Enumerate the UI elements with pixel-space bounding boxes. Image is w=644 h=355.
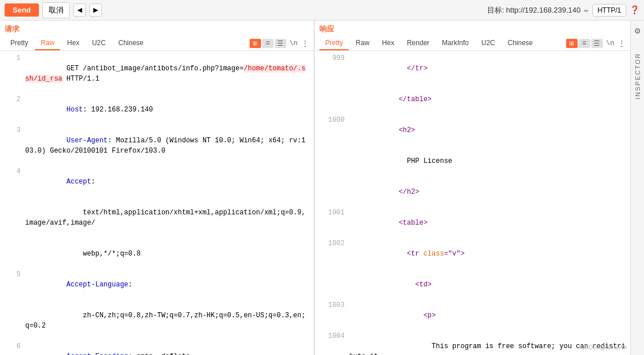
response-line-1004: 1004 This program is free software; you …	[315, 331, 630, 355]
line-content: <table>	[349, 208, 626, 238]
request-line-4b: text/html,application/xhtml+xml,applicat…	[0, 197, 314, 238]
tab-response-chinese[interactable]: Chinese	[502, 37, 539, 50]
request-panel: 请求 Pretty Raw Hex U2C Chinese ⊞ ≡ ☰ \n ⋮	[0, 21, 315, 355]
line-number: 5	[5, 269, 21, 300]
tab-request-u2c[interactable]: U2C	[86, 37, 112, 50]
response-line-1000c: </h2>	[315, 177, 630, 208]
resp-line-number: 1004	[319, 331, 345, 355]
req-val: :	[91, 178, 95, 186]
xml-tag: <tr	[390, 250, 424, 258]
request-line-4: 4 Accept:	[0, 166, 314, 197]
resp-line-number	[319, 146, 345, 177]
resp-line-number	[319, 84, 345, 115]
line-content: <td>	[349, 269, 626, 300]
xml-tag: </tr>	[390, 65, 428, 73]
resp-line-number: 1003	[319, 300, 345, 331]
tab-request-pretty[interactable]: Pretty	[5, 37, 34, 50]
req-key: User-Agent	[66, 137, 108, 145]
line-content: This program is free software; you can r…	[349, 331, 626, 355]
line-content: zh-CN,zh;q=0.8,zh-TW;q=0.7,zh-HK;q=0.5,e…	[25, 300, 309, 341]
request-view-icon-grid[interactable]: ⊞	[250, 39, 261, 48]
inspector-label: INSPECTOR	[634, 53, 641, 99]
resp-line-number: 1001	[319, 208, 345, 238]
line-number	[5, 300, 21, 341]
req-val: zh-CN,zh;q=0.8,zh-TW;q=0.7,zh-HK;q=0.5,e…	[25, 312, 306, 330]
edit-icon[interactable]: ✏️	[584, 5, 588, 15]
xml-tag: <h2>	[390, 126, 415, 134]
request-code-area[interactable]: 1 GET /antibot_image/antibots/info.php?i…	[0, 51, 314, 355]
tab-response-pretty[interactable]: Pretty	[319, 37, 349, 50]
xml-tag: </h2>	[390, 188, 419, 196]
cancel-button[interactable]: 取消	[42, 2, 70, 18]
tab-request-raw[interactable]: Raw	[35, 37, 60, 50]
xml-tag: </table>	[390, 95, 432, 103]
response-view-icon-list[interactable]: ≡	[579, 39, 590, 48]
request-tabs-row: Pretty Raw Hex U2C Chinese ⊞ ≡ ☰ \n ⋮	[5, 37, 309, 50]
help-icon[interactable]: ❓	[630, 5, 639, 15]
response-line-1000b: PHP License	[315, 146, 630, 177]
response-more-icon[interactable]: ⋮	[618, 39, 626, 49]
response-code-area[interactable]: 999 </tr> </table> 1000 <h2>	[315, 51, 630, 355]
main-area: 请求 Pretty Raw Hex U2C Chinese ⊞ ≡ ☰ \n ⋮	[0, 21, 644, 355]
line-content: PHP License	[349, 146, 626, 177]
request-wrap-toggle[interactable]: \n	[290, 39, 298, 47]
line-content: User-Agent: Mozilla/5.0 (Windows NT 10.0…	[25, 125, 309, 166]
line-number: 6	[5, 341, 21, 355]
send-button[interactable]: Send	[5, 3, 39, 17]
response-line-1003: 1003 <p>	[315, 300, 630, 331]
settings-icon[interactable]: ⚙	[635, 25, 641, 37]
request-panel-header: 请求 Pretty Raw Hex U2C Chinese ⊞ ≡ ☰ \n ⋮	[0, 21, 314, 51]
xml-tag: ="v">	[444, 250, 465, 258]
nav-forward-button[interactable]: ▶	[89, 3, 102, 17]
request-line-6: 6 Accept-Encoding: gzip, deflate	[0, 341, 314, 355]
line-content: webp,*/*;q=0.8	[25, 238, 309, 269]
tab-response-raw[interactable]: Raw	[350, 37, 375, 50]
line-content: </tr>	[349, 53, 626, 84]
req-key: Accept	[66, 178, 91, 186]
xml-text: PHP License	[390, 157, 452, 165]
tab-request-hex[interactable]: Hex	[61, 37, 85, 50]
req-val: webp,*/*;q=0.8	[66, 250, 141, 258]
request-line-2: 2 Host: 192.168.239.140	[0, 94, 314, 125]
line-number	[5, 238, 21, 269]
target-url: 目标: http://192.168.239.140	[487, 5, 580, 15]
resp-line-number: 999	[319, 53, 345, 84]
request-view-icon-menu[interactable]: ☰	[275, 39, 286, 48]
line-content: Accept-Language:	[25, 269, 309, 300]
response-view-icon-menu[interactable]: ☰	[591, 39, 603, 48]
response-line-1002: 1002 <tr class="v">	[315, 238, 630, 269]
line-content: <p>	[349, 300, 626, 331]
line-number: 4	[5, 166, 21, 197]
tab-request-chinese[interactable]: Chinese	[113, 37, 149, 50]
request-line-3: 3 User-Agent: Mozilla/5.0 (Windows NT 10…	[0, 125, 314, 166]
response-title: 响应	[319, 24, 626, 34]
resp-line-number: 1000	[319, 115, 345, 146]
req-key: Accept-Language	[66, 281, 128, 289]
tab-response-render[interactable]: Render	[401, 37, 435, 50]
req-val: : gzip, deflate	[128, 353, 190, 355]
tab-response-u2c[interactable]: U2C	[476, 37, 501, 50]
request-view-icon-list[interactable]: ≡	[262, 39, 274, 48]
xml-attr: class	[424, 250, 444, 258]
request-line-5b: zh-CN,zh;q=0.8,zh-TW;q=0.7,zh-HK;q=0.5,e…	[0, 300, 314, 341]
response-panel-header: 响应 Pretty Raw Hex Render MarkInfo U2C Ch…	[315, 21, 630, 51]
line-number: 2	[5, 94, 21, 125]
request-line-4c: webp,*/*;q=0.8	[0, 238, 314, 269]
req-val: :	[128, 281, 132, 289]
line-content: Accept-Encoding: gzip, deflate	[25, 341, 309, 355]
response-line-1000: 1000 <h2>	[315, 115, 630, 146]
chevron-right-icon: ▶	[93, 6, 98, 13]
req-val: text/html,application/xhtml+xml,applicat…	[25, 209, 306, 227]
line-content: Host: 192.168.239.140	[25, 94, 309, 125]
tab-response-markinfo[interactable]: MarkInfo	[436, 37, 475, 50]
response-view-icon-grid[interactable]: ⊞	[566, 39, 578, 48]
line-number	[5, 197, 21, 238]
tab-response-hex[interactable]: Hex	[376, 37, 400, 50]
request-more-icon[interactable]: ⋮	[301, 39, 309, 49]
resp-line-number: 1002	[319, 238, 345, 269]
nav-back-button[interactable]: ◀	[73, 3, 86, 17]
response-wrap-toggle[interactable]: \n	[606, 39, 614, 47]
watermark: CSDN @lainwith	[580, 344, 627, 350]
req-key: Host	[66, 106, 83, 114]
xml-tag: <table>	[390, 219, 428, 227]
